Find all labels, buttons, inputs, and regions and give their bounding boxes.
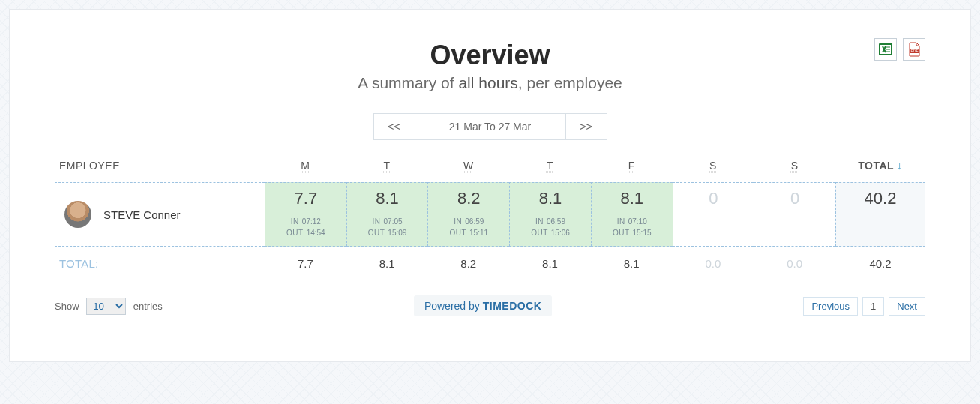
overview-card: PDF Overview A summary of all hours, per…	[9, 9, 971, 362]
svg-text:PDF: PDF	[911, 49, 919, 53]
avatar	[64, 201, 91, 228]
date-next-button[interactable]: >>	[565, 113, 607, 140]
day-cell-thu[interactable]: 8.1 IN06:59 OUT15:06	[509, 182, 591, 247]
col-header-wed: W	[427, 154, 509, 182]
total-sun: 0.0	[754, 247, 835, 274]
total-fri: 8.1	[591, 247, 673, 274]
show-label-post: entries	[133, 301, 163, 312]
totals-label: TOTAL:	[55, 247, 265, 274]
total-grand: 40.2	[835, 247, 925, 274]
entries-select[interactable]: 102550100	[86, 298, 126, 315]
day-cell-mon[interactable]: 7.7 IN07:12 OUT14:54	[265, 182, 346, 247]
date-range-label: 21 Mar To 27 Mar	[415, 113, 565, 140]
total-value: 40.2	[839, 189, 922, 208]
inout: IN07:05 OUT15:09	[350, 216, 425, 238]
day-cell-sat[interactable]: 0	[673, 182, 754, 247]
show-label-pre: Show	[55, 301, 79, 312]
employee-cell[interactable]: STEVE Conner	[55, 182, 265, 247]
export-excel-button[interactable]	[874, 38, 897, 61]
date-prev-button[interactable]: <<	[373, 113, 415, 140]
date-navigator: << 21 Mar To 27 Mar >>	[55, 113, 925, 140]
hours-value: 8.1	[513, 189, 588, 208]
page-number: 1	[862, 297, 884, 316]
col-header-fri: F	[591, 154, 673, 182]
day-cell-tue[interactable]: 8.1 IN07:05 OUT15:09	[346, 182, 428, 247]
subtitle-pre: A summary of	[358, 74, 458, 91]
subtitle-bold: all hours	[458, 74, 517, 91]
total-cell: 40.2	[835, 182, 925, 247]
subtitle-post: , per employee	[518, 74, 622, 91]
powered-pre: Powered by	[424, 300, 483, 312]
table-footer: Show 102550100 entries Powered by TIMEDO…	[55, 295, 925, 316]
brand-name: TIMEDOCK	[483, 300, 542, 312]
export-pdf-button[interactable]: PDF	[903, 38, 925, 61]
page-next-button[interactable]: Next	[889, 297, 925, 316]
entries-selector: Show 102550100 entries	[55, 298, 163, 315]
timesheet-table: EMPLOYEE M T W T F S S TOTAL↓ STEVE Conn…	[55, 154, 925, 274]
export-buttons: PDF	[874, 38, 925, 61]
hours-value: 8.1	[595, 189, 670, 208]
page-title: Overview	[55, 40, 925, 71]
hours-value: 8.2	[431, 189, 506, 208]
col-header-thu: T	[509, 154, 591, 182]
col-header-tue: T	[346, 154, 428, 182]
day-cell-fri[interactable]: 8.1 IN07:10 OUT15:15	[591, 182, 673, 247]
hours-value: 0	[757, 189, 832, 208]
total-tue: 8.1	[346, 247, 428, 274]
inout: IN06:59 OUT15:11	[431, 216, 506, 238]
hours-value: 8.1	[350, 189, 425, 208]
total-sat: 0.0	[673, 247, 754, 274]
day-cell-sun[interactable]: 0	[754, 182, 835, 247]
page-subtitle: A summary of all hours, per employee	[55, 74, 925, 92]
pdf-icon: PDF	[907, 42, 922, 57]
hours-value: 7.7	[268, 189, 343, 208]
sort-down-icon: ↓	[897, 160, 903, 172]
total-mon: 7.7	[265, 247, 346, 274]
powered-by[interactable]: Powered by TIMEDOCK	[414, 295, 553, 316]
day-cell-wed[interactable]: 8.2 IN06:59 OUT15:11	[427, 182, 509, 247]
excel-icon	[878, 42, 893, 57]
col-header-sun: S	[754, 154, 835, 182]
page-prev-button[interactable]: Previous	[803, 297, 858, 316]
col-header-employee: EMPLOYEE	[55, 154, 265, 182]
inout: IN07:12 OUT14:54	[268, 216, 343, 238]
inout: IN07:10 OUT15:15	[595, 216, 670, 238]
col-header-total[interactable]: TOTAL↓	[835, 154, 925, 182]
pagination: Previous 1 Next	[803, 297, 925, 316]
total-thu: 8.1	[509, 247, 591, 274]
total-wed: 8.2	[427, 247, 509, 274]
hours-value: 0	[676, 189, 751, 208]
employee-name: STEVE Conner	[103, 208, 181, 221]
col-header-mon: M	[265, 154, 346, 182]
col-header-sat: S	[673, 154, 754, 182]
inout: IN06:59 OUT15:06	[513, 216, 588, 238]
